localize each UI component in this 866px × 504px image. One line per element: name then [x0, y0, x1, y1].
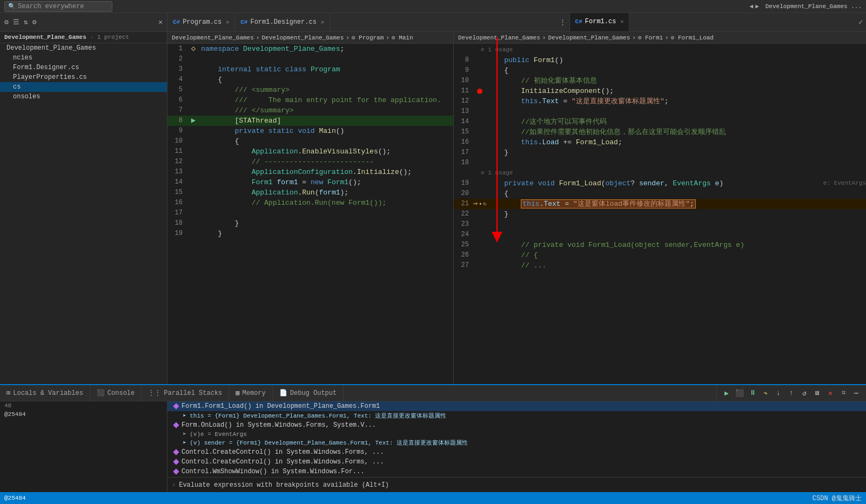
- rcode-line-26: 26 // {: [454, 250, 866, 260]
- sidebar-item-designer[interactable]: Form1.Designer.cs: [0, 63, 167, 72]
- sidebar-designer-label: Form1.Designer.cs: [6, 64, 79, 71]
- close-panel-icon[interactable]: ✕: [158, 18, 163, 26]
- sidebar-item-playerprops[interactable]: PlayerProperties.cs: [0, 72, 167, 82]
- sidebar-ncies-label: ncies: [6, 54, 32, 62]
- top-bar: 🔍 Search everywhere ◀ ▶ Development_Plan…: [0, 0, 866, 13]
- sidebar-item-ncies[interactable]: ncies: [0, 53, 167, 63]
- tab-form1designer-close[interactable]: ✕: [321, 19, 324, 25]
- sort-icon[interactable]: ⇅: [24, 18, 28, 26]
- project-name: Development_Plane_Games ...: [766, 3, 862, 10]
- code-line-15: 15 Application.Run(form1);: [167, 187, 453, 198]
- sidebar-item-onsoles[interactable]: onsoles: [0, 92, 167, 102]
- search-box[interactable]: 🔍 Search everywhere: [4, 1, 112, 12]
- bp-count: @25484: [0, 410, 167, 419]
- file-cs-icon: C#: [173, 19, 180, 25]
- cs-item-1[interactable]: Form.OnLoad() in System.Windows.Forms, S…: [167, 420, 866, 430]
- debug-stop-btn[interactable]: ⬛: [734, 388, 745, 399]
- rbc-ns: Development_Plane_Games: [548, 35, 630, 41]
- code-line-18: 18 }: [167, 218, 453, 229]
- code-line-10: 10 {: [167, 136, 453, 146]
- eval-input[interactable]: › Evaluate expression with breakpoints a…: [167, 477, 866, 492]
- rcode-line-8: 8 public Form1(): [454, 55, 866, 65]
- tab-bar: ⚙ ☰ ⇅ ⚙ ✕ C# Program.cs ✕ C# Form1.Desig…: [0, 13, 866, 32]
- cs-diamond-3: [173, 459, 179, 465]
- rcode-line-23: 23: [454, 219, 866, 230]
- sidebar-tools: ⚙ ☰ ⇅ ⚙ ✕: [0, 13, 167, 31]
- project-header: Development_Plane_Games · 1 project: [0, 32, 167, 43]
- nav-forward-icon[interactable]: ▶: [755, 3, 759, 10]
- code-line-14: 14 Form1 form1 = new Form1();: [167, 177, 453, 187]
- debug-toolbar: ▶ ⬛ ⏸ ↷ ↓ ↑ ↺ ⊠ ✕ ⌗ ⋯: [716, 385, 866, 401]
- tab-form1designer-cs[interactable]: C# Form1.Designer.cs ✕: [235, 13, 330, 31]
- debug-step-over-btn[interactable]: ↷: [760, 388, 771, 399]
- tab-program-cs-label: Program.cs: [183, 18, 221, 26]
- settings-icon[interactable]: ⚙: [4, 18, 9, 26]
- debug-continue-btn[interactable]: ▶: [721, 388, 732, 399]
- code-line-4: 4 {: [167, 75, 453, 85]
- rcode-line-16: 16 this.Load += Form1_Load;: [454, 137, 866, 147]
- rcode-line-18: 18: [454, 158, 866, 168]
- tab-parallel-stacks[interactable]: ⋮⋮ Parallel Stacks: [142, 385, 229, 401]
- debug-breakall-btn[interactable]: ⊠: [812, 388, 823, 399]
- code-line-7: 7 /// </summary>: [167, 105, 453, 116]
- debug-pause-btn[interactable]: ⏸: [747, 388, 758, 399]
- cs-item-0[interactable]: Form1.Form1_Load() in Development_Plane_…: [167, 401, 866, 411]
- list-icon[interactable]: ☰: [13, 18, 19, 26]
- tab-memory[interactable]: ▦ Memory: [229, 385, 272, 401]
- watermark: CSDN @鬼鬼骑士: [813, 494, 862, 503]
- status-bar: @25484 CSDN @鬼鬼骑士: [0, 492, 866, 504]
- tab-locals-variables[interactable]: ⊞ Locals & Variables: [0, 385, 90, 401]
- debug-step-into-btn[interactable]: ↓: [773, 388, 784, 399]
- memory-label: Memory: [243, 389, 266, 397]
- sidebar-item-cs[interactable]: cs: [0, 82, 167, 92]
- tab-menu-right[interactable]: ✓: [855, 13, 866, 31]
- cs-item-2[interactable]: Control.CreateControl() in System.Window…: [167, 447, 866, 457]
- cs-item-3[interactable]: Control.CreateControl() in System.Window…: [167, 457, 866, 467]
- tab-form1-cs[interactable]: C# Form1.cs ✕: [570, 13, 630, 31]
- debug-remove-bp-btn[interactable]: ✕: [825, 388, 836, 399]
- debug-step-out-btn[interactable]: ↑: [786, 388, 797, 399]
- right-breadcrumb: Development_Plane_Games › Development_Pl…: [454, 32, 866, 44]
- tab-form1-close[interactable]: ✕: [620, 18, 623, 25]
- tab-menu-left[interactable]: ⋮: [556, 13, 569, 31]
- rcode-line-17: 17 }: [454, 147, 866, 158]
- current-line-icon: ✦: [479, 199, 482, 209]
- code-line-9: 9 private static void Main(): [167, 126, 453, 136]
- left-code: 1 ◇ namespace Development_Plane_Games; 2…: [167, 44, 453, 384]
- tab-debug-output[interactable]: 📄 Debug Output: [273, 385, 344, 401]
- code-line-6: 6 /// The main entry point for the appli…: [167, 95, 453, 105]
- nav-back-icon[interactable]: ◀: [750, 3, 754, 10]
- bc-project: Development_Plane_Games: [172, 35, 254, 41]
- debug-more-btn[interactable]: ⋯: [851, 388, 862, 399]
- bottom-panel: ⊞ Locals & Variables ⬛ Console ⋮⋮ Parall…: [0, 384, 866, 492]
- cs-detail-1: ➤ (v)e = EventArgs: [167, 430, 866, 438]
- usage-hint-8: ⊙ 1 usage: [454, 44, 866, 55]
- breakpoint-11: [477, 89, 482, 94]
- tab-program-cs[interactable]: C# Program.cs ✕: [167, 13, 235, 31]
- bc-method: ⊙ Main: [392, 34, 413, 41]
- rcode-line-24: 24: [454, 230, 866, 240]
- bottom-content: 48 @25484 Form1.Form1_Load() in Developm…: [0, 401, 866, 492]
- parallel-stacks-label: Parallel Stacks: [164, 389, 222, 397]
- tab-console[interactable]: ⬛ Console: [90, 385, 142, 401]
- tab-program-cs-close[interactable]: ✕: [226, 19, 229, 25]
- debug-hex-btn[interactable]: ⌗: [838, 388, 849, 399]
- rcode-line-12: 12 this.Text = "这是直接更改窗体标题属性";: [454, 96, 866, 106]
- eval-prompt: ›: [172, 481, 176, 489]
- options-icon[interactable]: ⚙: [32, 18, 37, 26]
- sidebar: Development_Plane_Games · 1 project Deve…: [0, 32, 167, 384]
- bc-class: ⊙ Program: [352, 34, 384, 41]
- main-area: Development_Plane_Games · 1 project Deve…: [0, 32, 866, 384]
- code-line-5: 5 /// <summary>: [167, 85, 453, 95]
- stacks-icon: ⋮⋮: [148, 389, 161, 397]
- cs-item-4[interactable]: Control.WmShowWindow() in System.Windows…: [167, 467, 866, 476]
- sidebar-project-label: Development_Plane_Games: [6, 44, 96, 52]
- debug-restart-btn[interactable]: ↺: [799, 388, 810, 399]
- call-stack-list: Form1.Form1_Load() in Development_Plane_…: [167, 401, 866, 477]
- sidebar-item-project[interactable]: Development_Plane_Games: [0, 43, 167, 53]
- console-icon: ⬛: [97, 389, 105, 397]
- locals-count: 48: [0, 401, 167, 410]
- rcode-line-22: 22 }: [454, 209, 866, 219]
- top-bar-right: ◀ ▶ Development_Plane_Games ...: [750, 3, 862, 10]
- locals-label: Locals & Variables: [13, 389, 83, 397]
